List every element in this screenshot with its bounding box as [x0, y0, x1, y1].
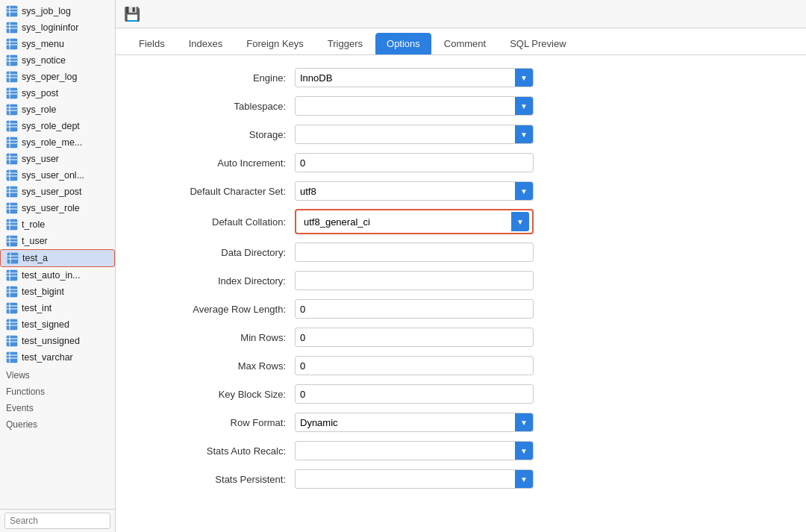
input-8[interactable]	[295, 299, 534, 319]
svg-rect-4	[7, 22, 17, 33]
sidebar-item-test_a[interactable]: test_a	[0, 249, 115, 267]
form-area: Engine:InnoDB▼Tablespace:▼Storage:▼Auto …	[116, 55, 806, 532]
sidebar-table-list: sys_job_logsys_logininforsys_menusys_not…	[0, 0, 115, 509]
form-label-11: Key Block Size:	[146, 389, 295, 400]
sidebar-item-sys_job_log[interactable]: sys_job_log	[0, 3, 115, 19]
input-11[interactable]	[295, 384, 534, 404]
sidebar-item-sys_role_me...[interactable]: sys_role_me...	[0, 134, 115, 151]
table-icon	[6, 104, 18, 116]
sidebar-item-sys_user_role[interactable]: sys_user_role	[0, 200, 115, 216]
select-14[interactable]: ▼	[295, 469, 534, 489]
sidebar-search-input[interactable]	[4, 513, 110, 529]
save-button[interactable]: 💾	[122, 4, 143, 25]
form-control-13: ▼	[295, 441, 534, 460]
sidebar-item-sys_oper_log[interactable]: sys_oper_log	[0, 69, 115, 85]
form-label-14: Stats Persistent:	[146, 474, 295, 485]
tab-fields[interactable]: Fields	[128, 33, 176, 54]
sidebar-item-label: sys_logininfor	[22, 22, 78, 33]
form-control-4: utf8▼	[295, 181, 534, 201]
dropdown-arrow-4: ▼	[515, 182, 533, 200]
sidebar-item-test_varchar[interactable]: test_varchar	[0, 349, 115, 366]
sidebar-section-events[interactable]: Events	[0, 398, 115, 415]
form-row-7: Index Directory:	[146, 270, 776, 291]
sidebar-item-sys_user[interactable]: sys_user	[0, 151, 115, 167]
input-6[interactable]	[295, 242, 534, 262]
svg-rect-32	[7, 137, 17, 148]
sidebar-item-sys_logininfor[interactable]: sys_logininfor	[0, 19, 115, 36]
sidebar-item-label: sys_job_log	[22, 6, 71, 16]
form-label-9: Min Rows:	[146, 332, 295, 343]
sidebar-item-t_role[interactable]: t_role	[0, 216, 115, 233]
sidebar-item-test_unsigned[interactable]: test_unsigned	[0, 333, 115, 349]
svg-rect-52	[7, 219, 17, 230]
input-9[interactable]	[295, 328, 534, 347]
tabs-bar: FieldsIndexesForeign KeysTriggersOptions…	[116, 28, 806, 55]
sidebar-item-sys_notice[interactable]: sys_notice	[0, 52, 115, 69]
sidebar-section-functions[interactable]: Functions	[0, 382, 115, 398]
sidebar-item-label: test_bigint	[22, 287, 64, 297]
sidebar-search-container	[0, 509, 115, 532]
svg-rect-12	[7, 55, 17, 66]
form-row-2: Storage:▼	[146, 124, 776, 145]
table-icon	[6, 286, 18, 298]
tab-triggers[interactable]: Triggers	[316, 33, 374, 54]
form-label-10: Max Rows:	[146, 360, 295, 372]
input-10[interactable]	[295, 356, 534, 375]
form-row-6: Data Directory:	[146, 242, 776, 263]
form-control-12: Dynamic▼	[295, 413, 534, 432]
tab-sql-preview[interactable]: SQL Preview	[499, 33, 577, 54]
dropdown-arrow-13: ▼	[515, 442, 533, 460]
select-5[interactable]: utf8_general_ci▼	[299, 212, 529, 231]
dropdown-arrow-12: ▼	[515, 413, 533, 431]
svg-rect-16	[7, 72, 17, 82]
sidebar-item-test_auto_in...[interactable]: test_auto_in...	[0, 267, 115, 284]
tab-comment[interactable]: Comment	[433, 33, 497, 54]
select-4[interactable]: utf8▼	[295, 181, 534, 201]
tab-indexes[interactable]: Indexes	[178, 33, 234, 54]
sidebar-item-t_user[interactable]: t_user	[0, 233, 115, 249]
sidebar-item-sys_menu[interactable]: sys_menu	[0, 36, 115, 52]
form-control-8	[295, 299, 534, 319]
sidebar-item-sys_user_post[interactable]: sys_user_post	[0, 184, 115, 200]
dropdown-arrow-14: ▼	[515, 470, 533, 488]
svg-rect-0	[7, 6, 17, 16]
sidebar-item-label: sys_menu	[22, 39, 64, 49]
form-row-8: Average Row Length:	[146, 298, 776, 319]
sidebar-item-label: test_varchar	[22, 352, 73, 363]
form-row-3: Auto Increment:	[146, 152, 776, 173]
sidebar-item-test_int[interactable]: test_int	[0, 300, 115, 316]
sidebar-item-sys_user_onl...[interactable]: sys_user_onl...	[0, 167, 115, 184]
form-label-8: Average Row Length:	[146, 304, 295, 315]
sidebar-item-sys_role[interactable]: sys_role	[0, 101, 115, 118]
tab-options[interactable]: Options	[375, 33, 431, 54]
select-1[interactable]: ▼	[295, 96, 534, 116]
table-icon	[6, 153, 18, 165]
sidebar-item-test_bigint[interactable]: test_bigint	[0, 284, 115, 300]
select-0[interactable]: InnoDB▼	[295, 68, 534, 87]
table-icon	[6, 54, 18, 66]
svg-rect-44	[7, 187, 17, 197]
table-icon	[6, 38, 18, 50]
sidebar-item-sys_role_dept[interactable]: sys_role_dept	[0, 118, 115, 134]
input-7[interactable]	[295, 271, 534, 290]
svg-rect-68	[7, 287, 17, 297]
table-icon	[6, 87, 18, 99]
sidebar-item-label: test_signed	[22, 319, 69, 330]
sidebar-item-test_signed[interactable]: test_signed	[0, 316, 115, 333]
sidebar-item-sys_post[interactable]: sys_post	[0, 85, 115, 101]
sidebar-section-queries[interactable]: Queries	[0, 415, 115, 431]
table-icon	[6, 120, 18, 132]
select-13[interactable]: ▼	[295, 441, 534, 460]
sidebar-section-views[interactable]: Views	[0, 366, 115, 382]
form-row-1: Tablespace:▼	[146, 96, 776, 116]
form-control-14: ▼	[295, 469, 534, 489]
input-3[interactable]	[295, 153, 534, 172]
sidebar-item-label: t_user	[22, 236, 48, 246]
tab-foreign-keys[interactable]: Foreign Keys	[235, 33, 315, 54]
select-2[interactable]: ▼	[295, 125, 534, 144]
select-12[interactable]: Dynamic▼	[295, 413, 534, 432]
sidebar-item-label: sys_role_dept	[22, 121, 80, 131]
svg-rect-60	[7, 253, 18, 263]
form-row-4: Default Character Set:utf8▼	[146, 181, 776, 201]
form-label-12: Row Format:	[146, 417, 295, 428]
